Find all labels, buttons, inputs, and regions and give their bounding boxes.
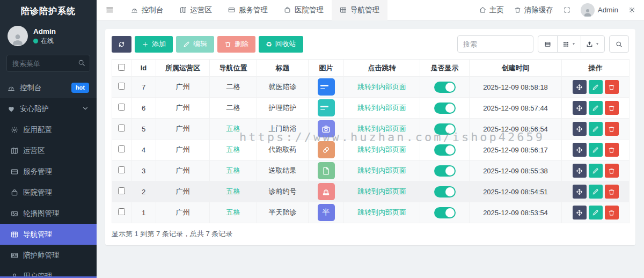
column-header[interactable]: 导航位置 [210, 60, 257, 77]
search-button[interactable] [609, 35, 629, 53]
jump-link[interactable]: 跳转到内部页面 [357, 208, 406, 216]
delete-button[interactable]: 删除 [217, 36, 255, 53]
drag-sort-button[interactable] [573, 80, 587, 94]
column-header[interactable]: 点击跳转 [344, 60, 420, 77]
drag-sort-button[interactable] [573, 122, 587, 136]
row-edit-button[interactable] [589, 101, 603, 115]
export-button[interactable] [581, 35, 605, 53]
columns-button[interactable] [557, 35, 581, 53]
row-delete-button[interactable] [605, 101, 619, 115]
row-image-thumbnail[interactable] [318, 78, 335, 96]
sidebar-item-console[interactable]: 控制台hot [0, 77, 97, 98]
row-edit-button[interactable] [589, 164, 603, 178]
visible-toggle[interactable] [434, 144, 456, 156]
sidebar-item-operation-area[interactable]: 运营区 [0, 140, 97, 161]
row-image-thumbnail[interactable] [318, 141, 335, 158]
row-image-thumbnail[interactable] [318, 183, 335, 200]
drag-sort-button[interactable] [573, 206, 587, 220]
sidebar-item-user-mgmt[interactable]: 用户管理 [0, 266, 97, 278]
drag-sort-button[interactable] [573, 143, 587, 157]
settings-cogs-icon[interactable] [628, 6, 635, 13]
select-all-checkbox[interactable] [118, 64, 125, 71]
edit-button[interactable]: 编辑 [176, 36, 214, 53]
row-delete-button[interactable] [605, 164, 619, 178]
jump-link[interactable]: 跳转到内部页面 [357, 187, 406, 195]
jump-link[interactable]: 跳转到内部页面 [357, 166, 406, 174]
cell-actions [562, 119, 630, 140]
column-header[interactable]: 是否显示 [420, 60, 470, 77]
column-header[interactable]: 图片 [309, 60, 344, 77]
row-edit-button[interactable] [589, 143, 603, 157]
row-checkbox[interactable] [118, 208, 125, 215]
visible-toggle[interactable] [434, 165, 456, 177]
tab-service-mgmt[interactable]: 服务管理 [220, 0, 276, 20]
table-view-buttons [538, 35, 605, 53]
row-image-thumbnail[interactable] [318, 99, 335, 116]
row-delete-button[interactable] [605, 143, 619, 157]
row-delete-button[interactable] [605, 206, 619, 220]
cell-actions [562, 181, 630, 202]
table-search-input[interactable] [457, 35, 533, 53]
table-row: 7广州二格就医陪诊跳转到内部页面2025-12-09 08:58:18 [112, 77, 630, 98]
row-delete-button[interactable] [605, 122, 619, 136]
add-button[interactable]: 添加 [135, 36, 173, 53]
drag-sort-button[interactable] [573, 101, 587, 115]
visible-toggle[interactable] [434, 82, 456, 93]
sidebar-item-label: 服务管理 [23, 167, 52, 177]
sidebar-item-hospital-mgmt[interactable]: 医院管理 [0, 182, 97, 203]
tab-hospital-mgmt[interactable]: 医院管理 [276, 0, 332, 20]
row-checkbox[interactable] [118, 166, 125, 173]
jump-link[interactable]: 跳转到内部页面 [357, 125, 406, 133]
column-header[interactable]: 标题 [257, 60, 309, 77]
column-header[interactable]: 操作 [562, 60, 630, 77]
row-checkbox[interactable] [118, 83, 125, 90]
refresh-button[interactable] [112, 36, 131, 53]
tab-console[interactable]: 控制台 [123, 0, 172, 20]
toggle-view-button[interactable] [538, 35, 558, 53]
avatar[interactable] [8, 26, 28, 46]
search-icon [78, 59, 85, 67]
jump-link[interactable]: 跳转到内部页面 [357, 145, 406, 153]
sidebar-item-care-section[interactable]: 安心陪护 [0, 98, 97, 119]
sidebar-item-navigation-mgmt[interactable]: 导航管理 [0, 224, 97, 245]
column-header[interactable]: Id [131, 60, 156, 77]
toolbar-right [457, 35, 629, 53]
sidebar-item-carousel-mgmt[interactable]: 轮播图管理 [0, 203, 97, 224]
row-edit-button[interactable] [589, 185, 603, 199]
recycle-bin-button[interactable]: ♻回收站 [259, 36, 303, 53]
home-link[interactable]: 主页 [479, 5, 504, 15]
row-delete-button[interactable] [605, 80, 619, 94]
row-checkbox[interactable] [118, 145, 125, 152]
column-header[interactable]: 所属运营区 [156, 60, 210, 77]
sidebar-item-service-mgmt[interactable]: 服务管理 [0, 161, 97, 182]
row-image-thumbnail[interactable] [318, 162, 335, 179]
visible-toggle[interactable] [434, 186, 456, 197]
visible-toggle[interactable] [434, 103, 456, 114]
row-edit-button[interactable] [589, 80, 603, 94]
drag-sort-button[interactable] [573, 185, 587, 199]
row-image-thumbnail[interactable]: 半 [318, 204, 335, 221]
row-edit-button[interactable] [589, 206, 603, 220]
drag-sort-button[interactable] [573, 164, 587, 178]
row-checkbox[interactable] [118, 104, 125, 111]
row-checkbox[interactable] [118, 125, 125, 131]
clear-cache-link[interactable]: 清除缓存 [514, 5, 553, 15]
fullscreen-icon[interactable] [564, 6, 570, 13]
row-edit-button[interactable] [589, 122, 603, 136]
tab-operation-area[interactable]: 运营区 [172, 0, 221, 20]
user-menu[interactable]: Admin [581, 3, 618, 17]
sidebar-item-app-config[interactable]: 应用配置 [0, 119, 97, 140]
column-header[interactable]: 创建时间 [470, 60, 562, 77]
jump-link[interactable]: 跳转到内部页面 [357, 104, 406, 112]
cell-jump: 跳转到内部页面 [344, 98, 420, 119]
row-image-thumbnail[interactable] [318, 120, 335, 137]
row-delete-button[interactable] [605, 185, 619, 199]
jump-link[interactable]: 跳转到内部页面 [357, 83, 406, 91]
row-checkbox[interactable] [118, 187, 125, 194]
tab-navigation-mgmt[interactable]: 导航管理 [332, 0, 387, 20]
cell-image [309, 160, 344, 181]
visible-toggle[interactable] [434, 207, 456, 218]
sidebar-item-caregiver-mgmt[interactable]: 陪护师管理 [0, 245, 97, 266]
visible-toggle[interactable] [434, 123, 456, 135]
menu-toggle-icon[interactable] [97, 6, 123, 14]
